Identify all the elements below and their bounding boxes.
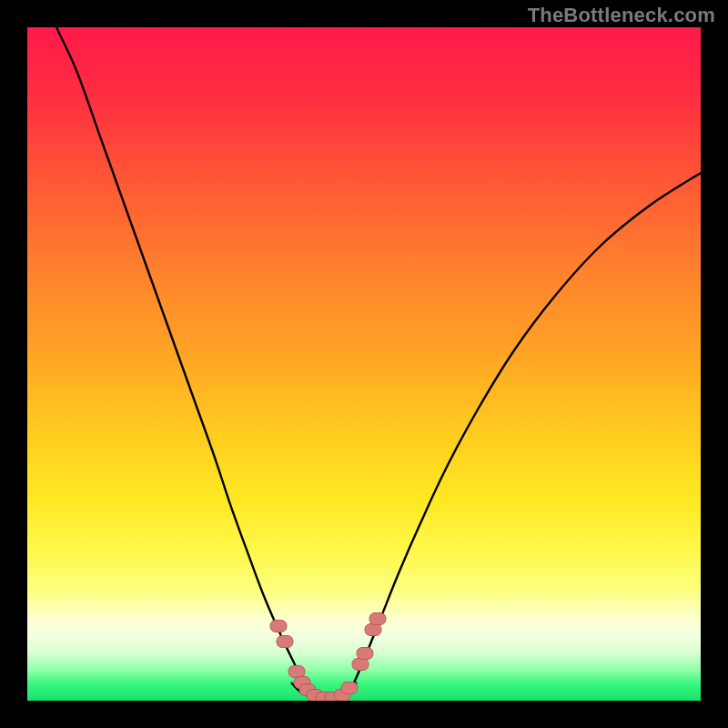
curve-marker: [365, 624, 381, 636]
curve-marker: [357, 648, 373, 660]
watermark-text: TheBottleneck.com: [528, 4, 715, 27]
curve-marker: [341, 682, 358, 694]
curve-marker: [270, 621, 287, 632]
curve-marker: [352, 659, 369, 671]
curve-markers: [270, 613, 386, 702]
left-curve: [56, 27, 311, 693]
right-curve: [348, 173, 701, 693]
curve-layer: [27, 27, 701, 701]
plot-area: [27, 27, 701, 701]
curve-marker: [369, 613, 386, 625]
curve-marker: [277, 636, 293, 648]
chart-frame: TheBottleneck.com: [0, 0, 728, 728]
curve-marker: [288, 666, 305, 678]
